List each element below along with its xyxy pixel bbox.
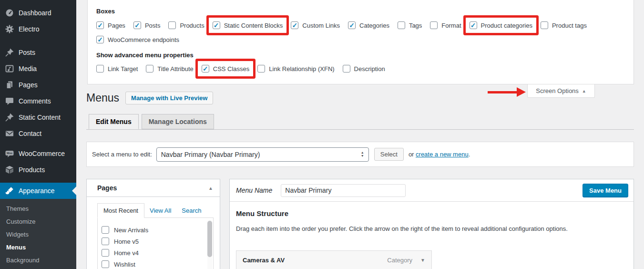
submenu-item-background[interactable]: Background: [0, 254, 76, 267]
checkbox-link-target[interactable]: Link Target: [96, 65, 138, 72]
sidebar-item-label: Posts: [19, 49, 35, 56]
menu-select-dropdown[interactable]: Navbar Primary (Navbar Primary) ▲▼: [156, 147, 369, 162]
sidebar-item-dashboard[interactable]: Dashboard: [0, 5, 76, 21]
chevron-down-icon[interactable]: ▼: [420, 258, 425, 263]
checkbox-box[interactable]: [102, 260, 109, 268]
pin-icon: [5, 48, 14, 57]
submenu-item-themes[interactable]: Themes: [0, 202, 76, 215]
sidebar-item-contact[interactable]: Contact: [0, 125, 76, 142]
annotation-arrow-shaft: [488, 91, 517, 93]
menu-structure-section: Menu Structure Drag each item into the o…: [230, 202, 634, 269]
page-header: Menus Manage with Live Preview: [86, 92, 213, 104]
submenu-label: Customize: [6, 218, 35, 225]
page-item-home-v4[interactable]: Home v4: [102, 247, 213, 259]
screen-options-toggle[interactable]: Screen Options ▲: [527, 84, 595, 98]
checkbox-box[interactable]: [541, 21, 548, 29]
sidebar-item-posts[interactable]: Posts: [0, 44, 76, 61]
or-text: or: [409, 151, 416, 158]
page-item-wishlist[interactable]: Wishlist: [102, 259, 213, 269]
checkbox-format[interactable]: Format: [430, 21, 461, 29]
submenu-item-customize[interactable]: Customize: [0, 215, 76, 228]
dropdown-arrows-icon: ▲▼: [361, 151, 364, 157]
checkbox-woocommerce-endpoints[interactable]: WooCommerce endpoints: [96, 36, 179, 43]
sidebar-item-label: Static Content: [19, 114, 61, 121]
svg-text:Woo: Woo: [7, 152, 13, 155]
manage-with-live-preview-button[interactable]: Manage with Live Preview: [125, 92, 213, 104]
checkbox-box[interactable]: [291, 21, 298, 29]
checkbox-title-attribute[interactable]: Title Attribute: [146, 65, 193, 72]
checkbox-box[interactable]: [430, 21, 438, 29]
nav-tabs: Edit Menus Manage Locations: [89, 114, 214, 129]
checkbox-box[interactable]: [343, 65, 350, 72]
sidebar-item-pages[interactable]: Pages: [0, 77, 76, 93]
sidebar-item-static-content[interactable]: Static Content: [0, 109, 76, 125]
active-menu-arrow: [68, 186, 76, 195]
checkbox-box[interactable]: [102, 226, 109, 234]
checkbox-tags[interactable]: Tags: [398, 21, 422, 29]
boxes-checkbox-row-2: WooCommerce endpoints: [96, 36, 625, 43]
chevron-up-icon: ▲: [582, 89, 586, 93]
checkbox-product-tags[interactable]: Product tags: [541, 21, 587, 29]
tab-view-all[interactable]: View All: [144, 204, 176, 217]
sidebar-item-comments[interactable]: Comments: [0, 93, 76, 109]
checkbox-label: Link Target: [108, 65, 138, 72]
select-button[interactable]: Select: [374, 148, 404, 161]
menu-structure-help-text: Drag each item into the order you prefer…: [236, 225, 627, 232]
menu-name-input[interactable]: [281, 184, 406, 197]
page-item-home-v5[interactable]: Home v5: [102, 236, 213, 247]
sidebar-item-products[interactable]: Products: [0, 162, 76, 178]
checkbox-box[interactable]: [202, 65, 209, 72]
sidebar-item-appearance[interactable]: Appearance: [0, 183, 76, 199]
sidebar-item-electro[interactable]: Electro: [0, 21, 76, 37]
checkbox-custom-links[interactable]: Custom Links: [291, 21, 340, 29]
checkbox-product-categories-annotated[interactable]: Product categories: [466, 18, 536, 33]
page-item-label: Home v5: [114, 238, 139, 245]
checkbox-box[interactable]: [133, 21, 141, 29]
sidebar-separator: [0, 142, 76, 145]
tab-edit-menus[interactable]: Edit Menus: [89, 114, 139, 129]
checkbox-box[interactable]: [96, 36, 104, 43]
sidebar-item-label: Media: [19, 65, 37, 72]
checkbox-posts[interactable]: Posts: [133, 21, 161, 29]
tab-manage-locations[interactable]: Manage Locations: [142, 114, 214, 129]
checkbox-box[interactable]: [470, 21, 477, 29]
tab-search[interactable]: Search: [176, 204, 206, 217]
checkbox-description[interactable]: Description: [343, 65, 385, 72]
checkbox-box[interactable]: [96, 21, 104, 29]
sidebar-item-media[interactable]: Media: [0, 61, 76, 77]
save-menu-button[interactable]: Save Menu: [583, 184, 628, 197]
page-item-new-arrivals[interactable]: New Arrivals: [102, 224, 213, 236]
tab-most-recent[interactable]: Most Recent: [97, 203, 144, 218]
checkbox-box[interactable]: [146, 65, 153, 72]
checkbox-box[interactable]: [102, 249, 109, 257]
checkbox-box[interactable]: [96, 65, 104, 72]
submenu-item-menus[interactable]: Menus: [0, 241, 76, 254]
checkbox-box[interactable]: [348, 21, 356, 29]
collapse-toggle-icon[interactable]: ▲: [208, 186, 213, 191]
checkbox-css-classes-annotated[interactable]: CSS Classes: [198, 61, 254, 76]
pages-metabox-header[interactable]: Pages ▲: [87, 179, 220, 197]
pages-metabox-title: Pages: [97, 184, 117, 192]
checkbox-box[interactable]: [398, 21, 405, 29]
checkbox-box[interactable]: [168, 21, 176, 29]
brush-icon: [5, 186, 14, 196]
checkbox-box[interactable]: [213, 21, 220, 29]
sidebar-item-label: Products: [19, 166, 45, 174]
checkbox-link-relationship[interactable]: Link Relationship (XFN): [257, 65, 334, 72]
checkbox-static-content-blocks-annotated[interactable]: Static Content Blocks: [209, 18, 287, 33]
checkbox-box[interactable]: [102, 238, 109, 245]
submenu-item-widgets[interactable]: Widgets: [0, 228, 76, 241]
scrollbar-thumb[interactable]: [207, 221, 212, 257]
checkbox-label: Pages: [108, 22, 125, 29]
checkbox-categories[interactable]: Categories: [348, 21, 389, 29]
create-new-menu-link[interactable]: create a new menu: [416, 151, 469, 158]
sidebar-item-label: Pages: [19, 81, 38, 89]
menu-editor-card: Menu Name Save Menu Menu Structure Drag …: [229, 179, 634, 269]
pages-list-scrollbar[interactable]: [207, 220, 212, 269]
checkbox-pages[interactable]: Pages: [96, 21, 125, 29]
checkbox-label: Static Content Blocks: [224, 22, 283, 29]
sidebar-item-woocommerce[interactable]: Woo WooCommerce: [0, 145, 76, 162]
menu-item-cameras-av[interactable]: Cameras & AV Category ▼: [236, 250, 432, 269]
checkbox-box[interactable]: [257, 65, 265, 72]
checkbox-products[interactable]: Products: [168, 21, 204, 29]
